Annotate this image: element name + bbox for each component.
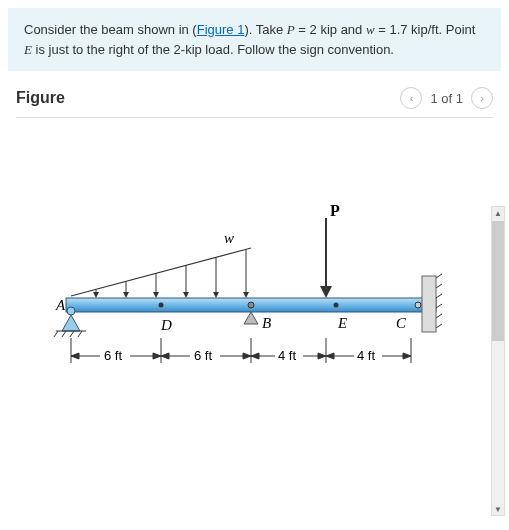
svg-marker-17: [93, 292, 99, 298]
scrollbar-thumb[interactable]: [492, 221, 504, 341]
svg-line-6: [78, 331, 82, 337]
svg-marker-36: [71, 353, 79, 359]
svg-line-12: [436, 314, 442, 318]
svg-line-10: [436, 294, 442, 298]
point-B-marker: [248, 302, 254, 308]
svg-point-0: [67, 307, 75, 315]
point-load-P: [320, 218, 332, 298]
label-D: D: [160, 317, 172, 333]
svg-line-3: [54, 331, 58, 337]
figure-section: Figure ‹ 1 of 1 ›: [0, 79, 509, 426]
label-E: E: [337, 315, 347, 331]
svg-marker-19: [123, 292, 129, 298]
svg-marker-23: [183, 292, 189, 298]
point-E-marker: [334, 303, 339, 308]
figure-counter: 1 of 1: [430, 91, 463, 106]
svg-marker-1: [62, 315, 80, 331]
label-A: A: [55, 297, 66, 313]
svg-line-11: [436, 304, 442, 308]
svg-marker-25: [213, 292, 219, 298]
svg-marker-21: [153, 292, 159, 298]
figure-header: Figure ‹ 1 of 1 ›: [16, 87, 493, 118]
svg-line-15: [71, 248, 251, 296]
figure-title: Figure: [16, 89, 65, 107]
beam-diagram: w P A D B E C: [26, 138, 466, 418]
dim-AD: 6 ft: [104, 348, 122, 363]
distributed-load-w: [71, 248, 251, 298]
support-B-icon: [244, 312, 258, 324]
vertical-scrollbar[interactable]: ▲ ▼: [491, 206, 505, 516]
prev-figure-button[interactable]: ‹: [400, 87, 422, 109]
svg-line-5: [70, 331, 74, 337]
svg-line-4: [62, 331, 66, 337]
svg-marker-39: [161, 353, 169, 359]
svg-line-13: [436, 324, 442, 328]
svg-marker-29: [320, 286, 332, 298]
dim-EC: 4 ft: [357, 348, 375, 363]
w-label: w: [224, 230, 234, 246]
svg-marker-42: [251, 353, 259, 359]
label-B: B: [262, 315, 271, 331]
problem-statement: Consider the beam shown in (Figure 1). T…: [8, 8, 501, 71]
svg-point-14: [415, 302, 421, 308]
figure-link[interactable]: Figure 1: [197, 22, 245, 37]
P-label: P: [330, 202, 340, 219]
svg-line-9: [436, 284, 442, 288]
roller-support-C: [415, 274, 442, 332]
figure-nav: ‹ 1 of 1 ›: [400, 87, 493, 109]
svg-marker-46: [403, 353, 411, 359]
dim-DB: 6 ft: [194, 348, 212, 363]
svg-rect-7: [422, 276, 436, 332]
label-C: C: [396, 315, 407, 331]
svg-line-8: [436, 274, 442, 278]
point-D-marker: [159, 303, 164, 308]
problem-text: Consider the beam shown in (: [24, 22, 197, 37]
svg-marker-27: [243, 292, 249, 298]
svg-marker-45: [326, 353, 334, 359]
scroll-up-icon[interactable]: ▲: [492, 207, 504, 219]
next-figure-button[interactable]: ›: [471, 87, 493, 109]
scroll-down-icon[interactable]: ▼: [492, 503, 504, 515]
dim-BE: 4 ft: [278, 348, 296, 363]
